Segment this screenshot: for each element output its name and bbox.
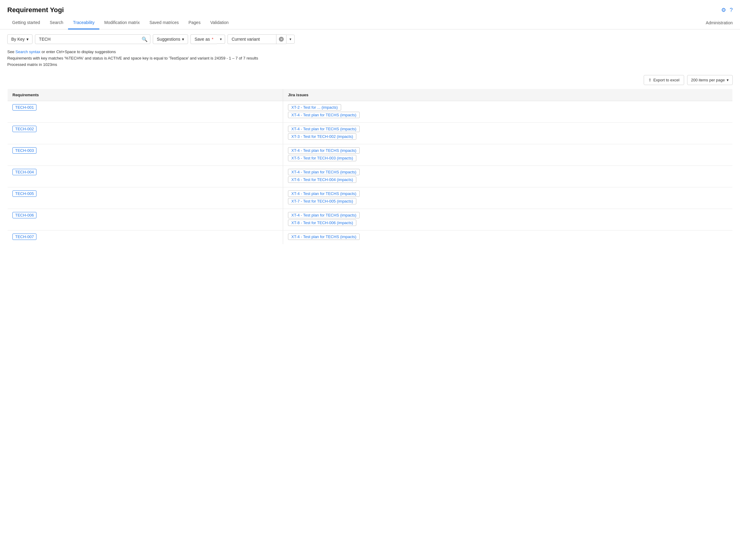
traceability-table: Requirements Jira issues TECH-001XT-2 - … [7, 89, 733, 245]
issue-cell: XT-4 - Test plan for TECHS (impacts) [283, 230, 733, 245]
current-variant-group: Current variant ✕ [227, 34, 295, 44]
query-description: Requirements with key matches '%TECH%' a… [7, 55, 733, 62]
chevron-down-icon [26, 37, 28, 41]
req-cell: TECH-004 [8, 166, 283, 187]
issue-cell: XT-2 - Test for ... (impacts)XT-4 - Test… [283, 101, 733, 123]
tab-getting-started[interactable]: Getting started [7, 16, 45, 29]
table-row: TECH-004XT-4 - Test plan for TECHS (impa… [8, 166, 733, 187]
req-cell: TECH-001 [8, 101, 283, 123]
req-badge[interactable]: TECH-006 [12, 212, 36, 218]
issue-cell: XT-4 - Test plan for TECHS (impacts)XT-5… [283, 144, 733, 166]
req-badge[interactable]: TECH-007 [12, 234, 36, 240]
search-icon[interactable]: 🔍 [142, 36, 148, 42]
current-variant-button[interactable]: Current variant [227, 34, 276, 44]
suggestions-button[interactable]: Suggestions [153, 34, 188, 44]
issue-badge[interactable]: XT-5 - Test for TECH-003 (impacts) [288, 155, 356, 161]
col-header-jira-issues: Jira issues [283, 89, 733, 101]
search-syntax-link[interactable]: Search syntax [15, 50, 40, 54]
export-excel-button[interactable]: ⇧ Export to excel [644, 75, 684, 85]
tab-validation[interactable]: Validation [205, 16, 233, 29]
export-label: Export to excel [653, 78, 679, 82]
req-badge[interactable]: TECH-005 [12, 190, 36, 197]
req-cell: TECH-003 [8, 144, 283, 166]
issue-cell: XT-4 - Test plan for TECHS (impacts)XT-3… [283, 123, 733, 144]
clear-icon: ✕ [279, 37, 284, 41]
help-icon[interactable]: ? [730, 7, 733, 13]
tab-modification-matrix[interactable]: Modification matrix [99, 16, 145, 29]
app-title: Requirement Yogi [7, 6, 64, 14]
table-row: TECH-002XT-4 - Test plan for TECHS (impa… [8, 123, 733, 144]
issue-badge[interactable]: XT-7 - Test for TECH-005 (impacts) [288, 198, 356, 204]
save-as-button[interactable]: Save as * [190, 34, 217, 44]
col-header-requirements: Requirements [8, 89, 283, 101]
gear-icon[interactable]: ⚙ [721, 7, 726, 13]
req-cell: TECH-007 [8, 230, 283, 245]
issue-badge[interactable]: XT-4 - Test plan for TECHS (impacts) [288, 126, 360, 132]
issue-badge[interactable]: XT-8 - Test for TECH-006 (impacts) [288, 219, 356, 226]
issue-badge[interactable]: XT-4 - Test plan for TECHS (impacts) [288, 234, 360, 240]
header-icons: ⚙ ? [721, 7, 733, 13]
suggestions-label: Suggestions [157, 37, 180, 41]
per-page-label: 200 items per page [691, 78, 725, 82]
hint-prefix: See [7, 50, 15, 54]
nav-bar: Getting started Search Traceability Modi… [0, 16, 740, 29]
table-row: TECH-006XT-4 - Test plan for TECHS (impa… [8, 209, 733, 230]
current-variant-clear-button[interactable]: ✕ [276, 34, 286, 44]
hint-suffix: or enter Ctrl+Space to display suggestio… [40, 50, 116, 54]
save-as-required: * [212, 37, 213, 41]
processed-time: Processed matrix in 1023ms [7, 62, 733, 68]
chevron-down-icon [727, 78, 729, 82]
req-cell: TECH-006 [8, 209, 283, 230]
issue-badge[interactable]: XT-3 - Test for TECH-002 (impacts) [288, 133, 356, 140]
save-as-label: Save as [194, 37, 210, 41]
admin-link[interactable]: Administration [706, 20, 733, 25]
chevron-down-icon [220, 37, 222, 41]
req-badge[interactable]: TECH-003 [12, 147, 36, 154]
tab-traceability[interactable]: Traceability [68, 16, 99, 29]
actions-bar: ⇧ Export to excel 200 items per page [0, 71, 740, 89]
req-badge[interactable]: TECH-004 [12, 169, 36, 175]
tab-search[interactable]: Search [45, 16, 68, 29]
issue-badge[interactable]: XT-2 - Test for ... (impacts) [288, 104, 341, 110]
export-icon: ⇧ [648, 78, 652, 82]
current-variant-dropdown-arrow[interactable] [286, 34, 295, 44]
issue-cell: XT-4 - Test plan for TECHS (impacts)XT-7… [283, 187, 733, 209]
req-cell: TECH-002 [8, 123, 283, 144]
current-variant-label: Current variant [232, 37, 260, 41]
table-row: TECH-003XT-4 - Test plan for TECHS (impa… [8, 144, 733, 166]
issue-badge[interactable]: XT-4 - Test plan for TECHS (impacts) [288, 112, 360, 118]
issue-badge[interactable]: XT-6 - Test for TECH-004 (impacts) [288, 176, 356, 183]
issue-badge[interactable]: XT-4 - Test plan for TECHS (impacts) [288, 147, 360, 154]
search-wrapper: 🔍 [35, 34, 150, 44]
chevron-down-icon [289, 37, 291, 41]
toolbar: By Key 🔍 Suggestions Save as * Current v… [0, 29, 740, 49]
save-as-group: Save as * [190, 34, 225, 44]
filter-by-dropdown[interactable]: By Key [7, 34, 32, 44]
req-cell: TECH-005 [8, 187, 283, 209]
filter-by-label: By Key [11, 37, 25, 41]
save-as-dropdown-arrow[interactable] [217, 34, 225, 44]
chevron-down-icon [182, 37, 184, 41]
per-page-dropdown[interactable]: 200 items per page [687, 75, 733, 85]
issue-badge[interactable]: XT-4 - Test plan for TECHS (impacts) [288, 190, 360, 197]
search-input[interactable] [38, 34, 142, 44]
req-badge[interactable]: TECH-002 [12, 126, 36, 132]
issue-cell: XT-4 - Test plan for TECHS (impacts)XT-8… [283, 209, 733, 230]
issue-badge[interactable]: XT-4 - Test plan for TECHS (impacts) [288, 169, 360, 175]
table-row: TECH-007XT-4 - Test plan for TECHS (impa… [8, 230, 733, 245]
table-row: TECH-005XT-4 - Test plan for TECHS (impa… [8, 187, 733, 209]
req-badge[interactable]: TECH-001 [12, 104, 36, 110]
info-section: See Search syntax or enter Ctrl+Space to… [0, 49, 740, 71]
tab-saved-matrices[interactable]: Saved matrices [145, 16, 183, 29]
nav-tabs: Getting started Search Traceability Modi… [7, 16, 234, 29]
hint-text: See Search syntax or enter Ctrl+Space to… [7, 49, 733, 55]
tab-pages[interactable]: Pages [183, 16, 205, 29]
issue-badge[interactable]: XT-4 - Test plan for TECHS (impacts) [288, 212, 360, 218]
issue-cell: XT-4 - Test plan for TECHS (impacts)XT-6… [283, 166, 733, 187]
table-row: TECH-001XT-2 - Test for ... (impacts)XT-… [8, 101, 733, 123]
